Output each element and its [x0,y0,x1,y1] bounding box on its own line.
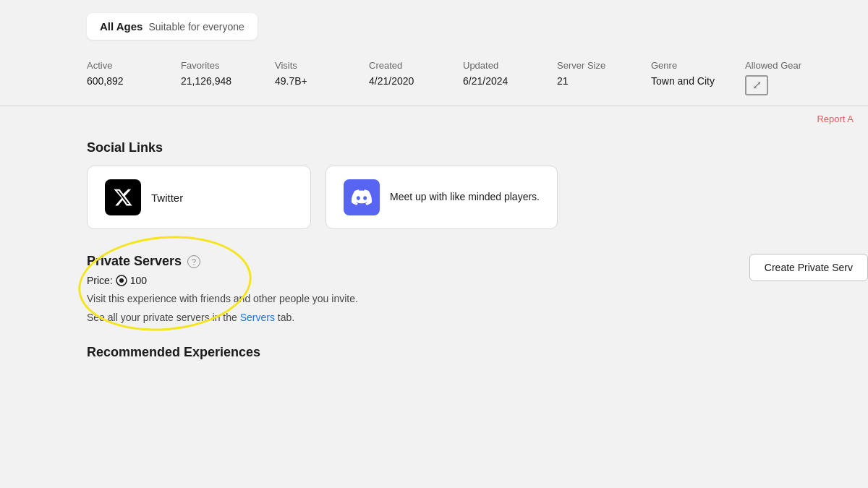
social-section: Social Links Twitter Meet up with like [0,129,868,241]
price-row: Price: 100 [87,275,781,286]
stat-value-visits: 49.7B+ [275,75,347,87]
stat-header-active: Active [87,60,159,71]
stat-allowed-gear: Allowed Gear ⤢ [745,60,817,95]
private-servers-desc-line1: Visit this experience with friends and o… [87,291,781,307]
stat-server-size: Server Size 21 [557,60,629,95]
stats-section: Active 600,892 Favorites 21,126,948 Visi… [0,50,868,106]
stat-value-updated: 6/21/2024 [463,75,535,87]
stat-genre: Genre Town and City [651,60,723,95]
create-private-server-wrap: Create Private Serv [749,254,868,281]
report-link[interactable]: Report A [817,114,854,124]
recommended-title: Recommended Experiences [0,329,868,360]
stat-value-server-size: 21 [557,75,629,87]
private-servers-desc-line2: See all your private servers in the Serv… [87,309,781,325]
help-icon-label: ? [192,257,196,266]
age-label: All Ages [100,20,142,33]
stat-value-active: 600,892 [87,75,159,87]
help-icon[interactable]: ? [187,255,200,268]
stat-value-favorites: 21,126,948 [181,75,253,87]
expand-icon: ⤢ [752,80,762,91]
page-container: All Ages Suitable for everyone Active 60… [0,0,868,488]
svg-point-1 [119,278,124,283]
stat-value-genre: Town and City [651,75,723,87]
stat-updated: Updated 6/21/2024 [463,60,535,95]
age-badge: All Ages Suitable for everyone [87,13,258,40]
stat-header-created: Created [369,60,441,71]
social-links-row: Twitter Meet up with like minded players… [87,166,781,229]
social-links-title: Social Links [87,140,781,155]
stat-header-visits: Visits [275,60,347,71]
twitter-icon [105,179,141,215]
discord-icon [344,179,380,215]
stat-header-genre: Genre [651,60,723,71]
stat-created: Created 4/21/2020 [369,60,441,95]
robux-icon [116,275,127,286]
stat-header-updated: Updated [463,60,535,71]
twitter-label: Twitter [151,192,183,204]
discord-description: Meet up with like minded players. [390,190,540,205]
stat-header-allowed-gear: Allowed Gear [745,60,817,71]
price-label: Price: [87,275,113,286]
stat-header-server-size: Server Size [557,60,629,71]
price-value: 100 [130,275,147,286]
stat-header-favorites: Favorites [181,60,253,71]
servers-tab-link[interactable]: Servers [240,312,275,323]
twitter-card[interactable]: Twitter [87,166,311,229]
report-section: Report A [0,106,868,129]
age-section: All Ages Suitable for everyone [0,0,868,50]
stat-visits: Visits 49.7B+ [275,60,347,95]
private-servers-header: Private Servers ? [87,254,781,269]
stat-active: Active 600,892 [87,60,159,95]
create-private-server-button[interactable]: Create Private Serv [749,254,868,281]
stat-favorites: Favorites 21,126,948 [181,60,253,95]
private-servers-section: Private Servers ? Price: 100 Visit this … [0,241,868,326]
discord-card[interactable]: Meet up with like minded players. [326,166,558,229]
age-description: Suitable for everyone [148,21,244,33]
private-servers-title: Private Servers [87,254,182,269]
allowed-gear-box[interactable]: ⤢ [745,75,768,95]
stat-value-created: 4/21/2020 [369,75,441,87]
